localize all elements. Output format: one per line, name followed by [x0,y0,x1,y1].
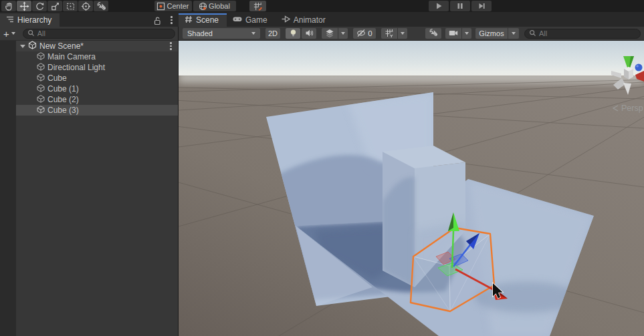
hierarchy-search-field[interactable] [23,29,175,39]
eye-slash-icon [356,29,366,39]
cube-icon [37,73,45,83]
speaker-icon [305,29,314,39]
grid-snap-button[interactable] [249,1,266,11]
hierarchy-icon [6,15,14,25]
hierarchy-search-input[interactable] [37,29,171,37]
scene-tabbar: Scene Game Animator [179,13,644,27]
scene-menu-kebab-icon[interactable] [170,42,172,50]
main-toolbar: Center Global [0,0,644,12]
unity-scene-icon [28,41,37,51]
tree-item-label: Cube (3) [47,106,79,115]
search-icon [27,27,35,39]
hierarchy-tabbar: Hierarchy [0,13,179,27]
tab-hierarchy-label: Hierarchy [17,15,51,25]
tree-item-cube-2[interactable]: Cube (2) [16,94,178,105]
chevron-down-icon [341,32,345,35]
hierarchy-panel: Hierarchy + New Scene* [0,13,179,336]
globe-icon [199,2,207,11]
gizmos-label: Gizmos [479,29,504,37]
cube-icon [37,63,45,73]
move-tool-button[interactable] [17,1,31,11]
play-icon [435,2,443,10]
tab-animator[interactable]: Animator [276,13,334,27]
hierarchy-toolbar: + [0,27,178,41]
transform-tool-button[interactable] [78,1,93,11]
pivot-center-icon [156,2,165,11]
hierarchy-menu-kebab-icon[interactable] [171,16,173,24]
projection-label[interactable]: Persp [621,104,643,113]
custom-tool-button[interactable] [94,1,108,11]
scale-tool-button[interactable] [47,1,62,11]
search-icon [529,27,536,39]
gamepad-icon [233,15,242,25]
hidden-count-label: 0 [368,29,372,37]
scene-audio-toggle[interactable] [302,28,316,39]
scene-camera-group [445,28,471,39]
tree-item-main-camera[interactable]: Main Camera [16,51,178,62]
camera-icon [449,29,458,38]
tree-item-cube-3-selected[interactable]: Cube (3) [16,105,178,116]
grid-snap-icon [253,1,263,11]
pause-icon [456,2,464,10]
chevron-down-icon [251,32,255,35]
hand-tool-button[interactable] [1,1,16,11]
cube-icon [37,52,45,62]
tree-item-label: Cube (1) [47,84,79,94]
scene-grid-icon [185,15,193,25]
shading-mode-dropdown[interactable]: Shaded [183,28,260,39]
tab-scene-label: Scene [196,15,219,25]
foldout-expanded-icon[interactable] [20,45,25,48]
create-object-button[interactable]: + [3,29,15,38]
grid-settings-group [381,28,407,39]
gizmos-toggle-button[interactable]: Gizmos [475,28,508,39]
gizmo-z-axis-ball[interactable] [635,64,643,71]
tab-game[interactable]: Game [227,13,276,27]
scene-tools-overlay-button[interactable] [425,28,441,39]
horizon-haze [179,72,644,83]
scene-lighting-toggle[interactable] [286,28,300,39]
2d-label: 2D [268,29,278,37]
scene-effects-group [322,28,348,39]
tab-animator-label: Animator [294,15,326,25]
scene-effects-dropdown[interactable] [338,28,348,39]
rect-tool-button[interactable] [63,1,78,11]
grid-axis-icon [385,29,394,39]
scene-visibility-gutter[interactable] [0,41,16,336]
scene-camera-dropdown[interactable] [462,28,471,39]
wrench-icon [429,28,438,39]
scene-effects-toggle[interactable] [322,28,338,39]
hierarchy-tree: New Scene* Main Camera Directional Light… [0,41,178,336]
rotate-tool-button[interactable] [32,1,47,11]
step-button[interactable] [471,1,492,11]
tree-item-label: Cube [47,73,67,83]
sky [179,41,644,75]
scene-name: New Scene* [39,41,84,51]
tree-item-label: Directional Light [47,63,105,72]
chevron-down-icon [512,32,516,35]
scene-row[interactable]: New Scene* [16,41,178,51]
tree-item-cube[interactable]: Cube [16,73,178,83]
scene-camera-button[interactable] [445,28,461,39]
space-mode-button[interactable]: Global [193,1,236,11]
play-button[interactable] [429,1,449,11]
tab-hierarchy[interactable]: Hierarchy [0,13,60,27]
scene-search-field[interactable] [524,29,641,39]
scene-3d-viewport[interactable]: Persp [179,41,644,336]
scene-view-toolbar: Shaded 2D 0 [179,27,644,41]
scene-visibility-button[interactable]: 0 [353,28,376,39]
transform-icon [81,1,91,11]
shading-mode-label: Shaded [187,29,213,37]
pivot-mode-button[interactable]: Center [154,1,192,11]
grid-settings-dropdown[interactable] [398,28,407,39]
tree-item-cube-1[interactable]: Cube (1) [16,83,178,94]
grid-visibility-toggle[interactable] [381,28,397,39]
chevron-down-icon [465,32,469,35]
tab-scene[interactable]: Scene [179,13,227,27]
pause-button[interactable] [450,1,470,11]
gizmos-dropdown[interactable] [508,28,519,39]
tree-item-directional-light[interactable]: Directional Light [16,62,178,73]
2d-toggle-button[interactable]: 2D [265,28,280,39]
scene-search-input[interactable] [539,29,636,37]
step-icon [477,2,486,10]
plus-icon: + [3,29,9,38]
